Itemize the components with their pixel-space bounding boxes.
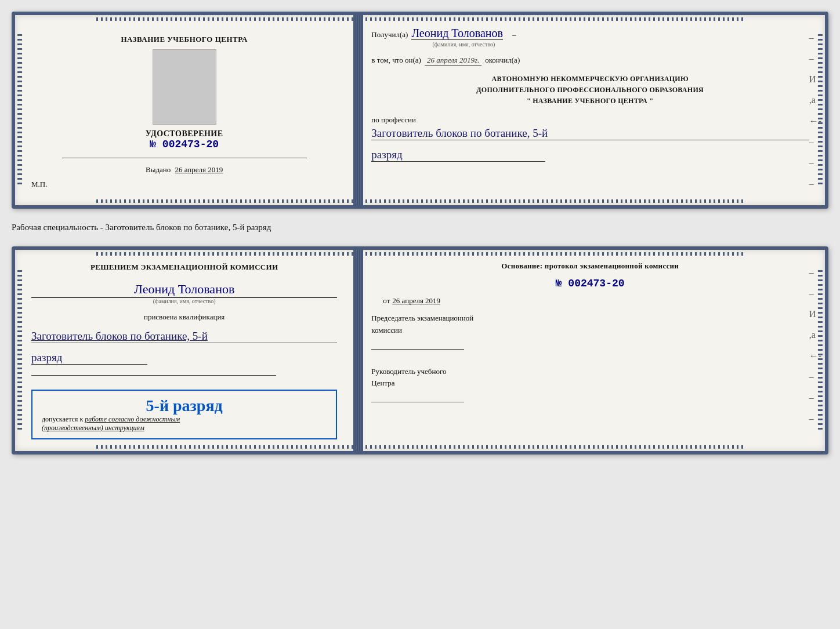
razryad-script: разряд <box>31 351 147 365</box>
dopusk-italic2: (производственным) инструкциям <box>42 424 144 432</box>
dopusk-prefix: допускается к <box>42 415 83 423</box>
dash-r6: – <box>809 372 821 382</box>
razryad-value: разряд <box>371 148 545 162</box>
org-name: НАЗВАНИЕ УЧЕБНОГО ЦЕНТРА <box>533 97 647 105</box>
osnovanie-block: Основание: протокол экзаменационной коми… <box>371 261 809 271</box>
prisvoena-text: присвоена квалификация <box>31 312 337 322</box>
stamp-razryad-text: 5-й разряд <box>42 397 327 415</box>
predsedatel-line2: комиссии <box>371 325 809 337</box>
osnovanie-label: Основание: протокол экзаменационной коми… <box>501 261 679 270</box>
dash-7: – <box>809 158 821 168</box>
kvalif-block: Заготовитель блоков по ботанике, 5-й <box>31 330 337 343</box>
doc2-left-panel: Решением экзаменационной комиссии Леонид… <box>15 250 355 451</box>
recipient-name-block: Леонид Толованов – (фамилия, имя, отчест… <box>411 27 516 48</box>
fio-hint-2: (фамилия, имя, отчество) <box>31 297 337 304</box>
recipient-line: Получил(а) Леонид Толованов – (фамилия, … <box>371 27 809 48</box>
kvalif-name: Заготовитель блоков по ботанике, 5-й <box>31 330 337 343</box>
prof-block: по профессии Заготовитель блоков по бота… <box>371 115 809 140</box>
signature-line-left <box>62 158 307 158</box>
dash-after-name: – <box>512 30 516 39</box>
dash-r1: – <box>809 267 821 278</box>
side-dashes-2: – – И ,а ←- – – – <box>809 267 821 424</box>
dash-r3: И <box>809 309 821 319</box>
mp-label: М.П. <box>31 180 47 189</box>
number-prefix: № <box>150 139 156 150</box>
razryad-block: разряд <box>371 148 809 162</box>
udostoverenie-block: УДОСТОВЕРЕНИЕ № 002473-20 <box>146 129 223 150</box>
dash-r4: ,а <box>809 330 821 340</box>
komissia-name-block: Леонид Толованов (фамилия, имя, отчество… <box>31 282 337 304</box>
org-block: АВТОНОМНУЮ НЕКОММЕРЧЕСКУЮ ОРГАНИЗАЦИЮ ДО… <box>371 74 809 107</box>
vtom-date: 26 апреля 2019г. <box>425 56 481 66</box>
side-dashes: – – И ,а ←- – – – <box>809 32 821 189</box>
specialty-label: Рабочая специальность - Заготовитель бло… <box>12 219 828 236</box>
line-separator <box>31 375 276 376</box>
dash-8: – <box>809 179 821 189</box>
prof-label: по профессии <box>371 115 416 124</box>
rukovoditel-line2: Центра <box>371 377 809 390</box>
udostoverenie-num-value: 002473-20 <box>162 139 219 150</box>
fio-hint-1: (фамилия, имя, отчество) <box>411 41 516 48</box>
doc2-right-panel: Основание: протокол экзаменационной коми… <box>355 250 825 451</box>
recipient-label: Получил(а) <box>371 30 408 39</box>
dash-r2: – <box>809 288 821 299</box>
resheniem-label: Решением экзаменационной комиссии <box>31 261 337 274</box>
udostoverenie-number: № 002473-20 <box>146 139 223 150</box>
vtom-line: в том, что он(а) 26 апреля 2019г. окончи… <box>371 56 809 66</box>
dash-r5: ←- <box>809 351 821 361</box>
udostoverenie-title: УДОСТОВЕРЕНИЕ <box>146 129 223 139</box>
predsedatel-line1: Председатель экзаменационной <box>371 312 809 325</box>
ot-date-line: от 26 апреля 2019 <box>371 296 809 306</box>
vydano-label: Выдано <box>146 165 171 174</box>
vydano-date: 26 апреля 2019 <box>175 165 223 174</box>
recipient-name: Леонид Толованов <box>411 27 503 40</box>
org-name-prefix: " <box>527 97 531 105</box>
dopusk-italic: работе согласно должностным <box>85 415 180 423</box>
prof-name: Заготовитель блоков по ботанике, 5-й <box>371 127 809 140</box>
page-wrapper: НАЗВАНИЕ УЧЕБНОГО ЦЕНТРА УДОСТОВЕРЕНИЕ №… <box>12 12 828 455</box>
rukovoditel-block: Руководитель учебного Центра <box>371 366 809 403</box>
document-card-2: Решением экзаменационной комиссии Леонид… <box>12 246 828 455</box>
dash-5: ←- <box>809 116 821 126</box>
dash-r8: – <box>809 413 821 424</box>
ot-date: 26 апреля 2019 <box>392 296 440 306</box>
document-card-1: НАЗВАНИЕ УЧЕБНОГО ЦЕНТРА УДОСТОВЕРЕНИЕ №… <box>12 12 828 209</box>
dash-2: – <box>809 53 821 64</box>
rukovoditel-signature <box>371 392 464 402</box>
photo-placeholder <box>153 49 216 125</box>
doc1-right-panel: Получил(а) Леонид Толованов – (фамилия, … <box>355 15 825 205</box>
predsedatel-block: Председатель экзаменационной комиссии <box>371 312 809 350</box>
protocol-number-block: № 002473-20 <box>371 278 809 289</box>
dash-3: И <box>809 74 821 85</box>
okonchil: окончил(а) <box>485 56 520 65</box>
predsedatel-signature <box>371 339 464 350</box>
org-name-line: " НАЗВАНИЕ УЧЕБНОГО ЦЕНТРА " <box>371 96 809 107</box>
protocol-prefix: № <box>556 278 562 289</box>
stamp-box: 5-й разряд допускается к работе согласно… <box>31 390 337 439</box>
vtom-label: в том, что он(а) <box>371 56 421 65</box>
doc1-left-panel: НАЗВАНИЕ УЧЕБНОГО ЦЕНТРА УДОСТОВЕРЕНИЕ №… <box>15 15 355 205</box>
org-name-suffix: " <box>649 97 653 105</box>
doc-spine <box>355 15 363 205</box>
protocol-num-value: 002473-20 <box>568 278 624 289</box>
vydano-block: Выдано 26 апреля 2019 <box>146 165 223 174</box>
ot-label: от <box>383 296 390 306</box>
rukovoditel-line1: Руководитель учебного <box>371 366 809 378</box>
dopuskaetsya-block: допускается к работе согласно должностны… <box>42 415 327 432</box>
protocol-number: № 002473-20 <box>371 278 809 289</box>
dash-6: – <box>809 137 821 147</box>
dash-1: – <box>809 32 821 43</box>
resheniem-block: Решением экзаменационной комиссии <box>31 261 337 274</box>
org-line1: АВТОНОМНУЮ НЕКОММЕРЧЕСКУЮ ОРГАНИЗАЦИЮ <box>371 74 809 85</box>
org-line2: ДОПОЛНИТЕЛЬНОГО ПРОФЕССИОНАЛЬНОГО ОБРАЗО… <box>371 85 809 96</box>
dash-r7: – <box>809 392 821 403</box>
komissia-name: Леонид Толованов <box>31 282 337 297</box>
razryad-block-2: разряд <box>31 351 337 365</box>
center-name-left: НАЗВАНИЕ УЧЕБНОГО ЦЕНТРА <box>121 35 248 44</box>
doc-spine-2 <box>355 250 363 451</box>
dash-4: ,а <box>809 95 821 106</box>
